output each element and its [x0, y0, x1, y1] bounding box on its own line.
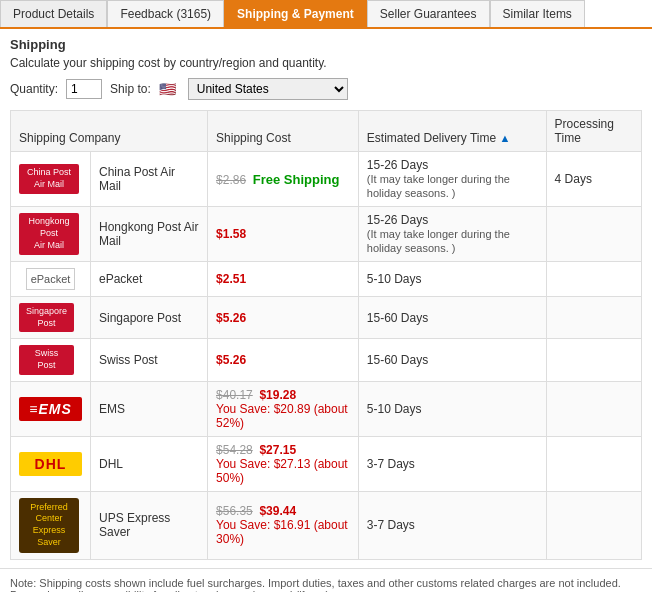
delivery-cell: 5-10 Days — [358, 381, 546, 436]
ems-logo: ≡EMS — [19, 397, 82, 421]
hkpost-logo: Hongkong PostAir Mail — [19, 213, 79, 254]
chinapost-logo: China PostAir Mail — [19, 164, 79, 193]
processing-cell — [546, 207, 641, 262]
delivery-time: 3-7 Days — [367, 518, 415, 532]
tab-seller-guarantees[interactable]: Seller Guarantees — [367, 0, 490, 27]
company-name-cell: China Post Air Mail — [91, 152, 208, 207]
company-name-cell: Swiss Post — [91, 339, 208, 381]
sale-price: $19.28 — [259, 388, 296, 402]
logo-cell: PreferredCenterExpress Saver — [11, 491, 91, 559]
original-price: $2.86 — [216, 173, 246, 187]
company-name-cell: UPS Express Saver — [91, 491, 208, 559]
sale-price: $27.15 — [259, 443, 296, 457]
sort-icon[interactable]: ▲ — [500, 132, 511, 144]
price-cell: $56.35 $39.44You Save: $16.91 (about 30%… — [208, 491, 359, 559]
processing-cell — [546, 297, 641, 339]
delivery-time: 5-10 Days — [367, 402, 422, 416]
price-cell: $5.26 — [208, 297, 359, 339]
ship-to-label: Ship to: — [110, 82, 151, 96]
processing-cell — [546, 436, 641, 491]
price-cell: $54.28 $27.15You Save: $27.13 (about 50%… — [208, 436, 359, 491]
col-shipping-company: Shipping Company — [11, 111, 208, 152]
price-cell: $2.51 — [208, 262, 359, 297]
quantity-row: Quantity: Ship to: 🇺🇸 United States — [10, 78, 642, 100]
delivery-cell: 15-26 Days(It may take longer during the… — [358, 207, 546, 262]
delivery-cell: 15-60 Days — [358, 297, 546, 339]
shipping-title: Shipping — [10, 37, 642, 52]
logo-cell: ePacket — [11, 262, 91, 297]
delivery-cell: 5-10 Days — [358, 262, 546, 297]
delivery-note: (It may take longer during the holiday s… — [367, 228, 510, 254]
processing-cell — [546, 491, 641, 559]
processing-cell — [546, 262, 641, 297]
swisspost-logo: SwissPost — [19, 345, 74, 374]
price: $5.26 — [216, 311, 246, 325]
tab-feedback[interactable]: Feedback (3165) — [107, 0, 224, 27]
logo-cell: SingaporePost — [11, 297, 91, 339]
logo-cell: Hongkong PostAir Mail — [11, 207, 91, 262]
save-text: You Save: $27.13 (about 50%) — [216, 457, 348, 485]
us-flag-icon: 🇺🇸 — [159, 81, 176, 97]
price-cell: $5.26 — [208, 339, 359, 381]
logo-cell: DHL — [11, 436, 91, 491]
delivery-time: 5-10 Days — [367, 272, 422, 286]
logo-cell: China PostAir Mail — [11, 152, 91, 207]
save-text: You Save: $20.89 (about 52%) — [216, 402, 348, 430]
col-processing-time: Processing Time — [546, 111, 641, 152]
delivery-cell: 15-26 Days(It may take longer during the… — [358, 152, 546, 207]
logo-cell: ≡EMS — [11, 381, 91, 436]
processing-cell: 4 Days — [546, 152, 641, 207]
delivery-note: (It may take longer during the holiday s… — [367, 173, 510, 199]
delivery-cell: 15-60 Days — [358, 339, 546, 381]
price: $1.58 — [216, 227, 246, 241]
tab-product-details[interactable]: Product Details — [0, 0, 107, 27]
tab-similar-items[interactable]: Similar Items — [490, 0, 585, 27]
epacket-logo: ePacket — [26, 268, 76, 290]
quantity-label: Quantity: — [10, 82, 58, 96]
original-price: $56.35 — [216, 504, 253, 518]
ups-logo: PreferredCenterExpress Saver — [19, 498, 79, 553]
processing-cell — [546, 339, 641, 381]
shipping-note: Note: Shipping costs shown include fuel … — [0, 568, 652, 593]
price-cell: $1.58 — [208, 207, 359, 262]
shipping-calc-text: Calculate your shipping cost by country/… — [10, 56, 642, 70]
company-name-cell: EMS — [91, 381, 208, 436]
company-name-cell: DHL — [91, 436, 208, 491]
shipping-section: Shipping Calculate your shipping cost by… — [0, 29, 652, 568]
price-cell: $2.86 Free Shipping — [208, 152, 359, 207]
logo-cell: SwissPost — [11, 339, 91, 381]
processing-cell — [546, 381, 641, 436]
delivery-cell: 3-7 Days — [358, 491, 546, 559]
price-cell: $40.17 $19.28You Save: $20.89 (about 52%… — [208, 381, 359, 436]
original-price: $40.17 — [216, 388, 253, 402]
sgpost-logo: SingaporePost — [19, 303, 74, 332]
country-select[interactable]: United States — [188, 78, 348, 100]
original-price: $54.28 — [216, 443, 253, 457]
shipping-table: Shipping Company Shipping Cost Estimated… — [10, 110, 642, 560]
sale-price: $39.44 — [259, 504, 296, 518]
free-shipping-label: Free Shipping — [253, 172, 340, 187]
delivery-cell: 3-7 Days — [358, 436, 546, 491]
price: $5.26 — [216, 353, 246, 367]
quantity-input[interactable] — [66, 79, 102, 99]
delivery-time: 15-26 Days — [367, 213, 428, 227]
delivery-time: 15-60 Days — [367, 311, 428, 325]
tab-bar: Product Details Feedback (3165) Shipping… — [0, 0, 652, 29]
col-shipping-cost: Shipping Cost — [208, 111, 359, 152]
dhl-logo: DHL — [19, 452, 82, 476]
company-name-cell: Singapore Post — [91, 297, 208, 339]
delivery-time: 3-7 Days — [367, 457, 415, 471]
delivery-time: 15-26 Days — [367, 158, 428, 172]
save-text: You Save: $16.91 (about 30%) — [216, 518, 348, 546]
delivery-time: 15-60 Days — [367, 353, 428, 367]
company-name-cell: ePacket — [91, 262, 208, 297]
col-delivery-time: Estimated Delivery Time ▲ — [358, 111, 546, 152]
price: $2.51 — [216, 272, 246, 286]
company-name-cell: Hongkong Post Air Mail — [91, 207, 208, 262]
tab-shipping-payment[interactable]: Shipping & Payment — [224, 0, 367, 27]
